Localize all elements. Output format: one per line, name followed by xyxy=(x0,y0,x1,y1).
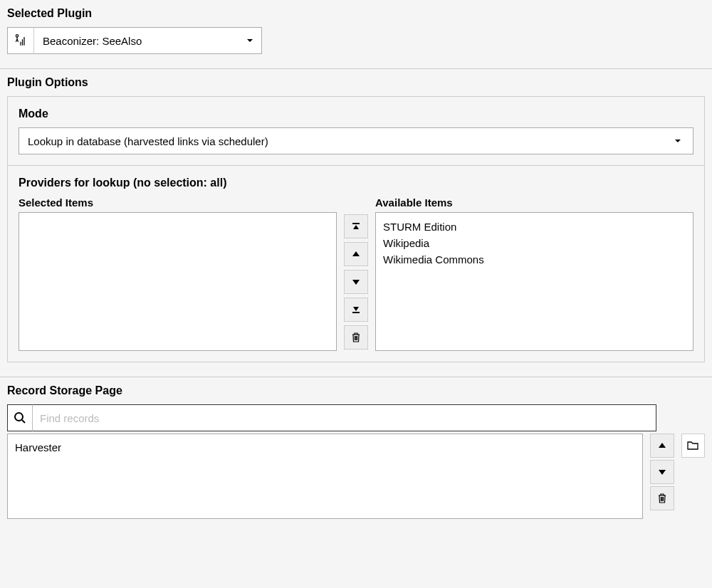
mode-select[interactable]: Lookup in database (harvested links via … xyxy=(19,127,693,154)
storage-buttons-col xyxy=(650,434,674,510)
plugin-select-value: Beaconizer: SeeAlso xyxy=(43,35,142,47)
remove-item-button[interactable] xyxy=(650,486,674,510)
selected-items-list[interactable] xyxy=(19,212,337,351)
selected-plugin-section: Selected Plugin Beaconizer: SeeAlso xyxy=(0,0,712,69)
available-items-label: Available Items xyxy=(375,196,693,209)
svg-point-3 xyxy=(15,413,23,421)
list-item[interactable]: Wikimedia Commons xyxy=(383,251,686,268)
selected-plugin-title: Selected Plugin xyxy=(7,7,705,20)
svg-point-0 xyxy=(16,35,18,37)
plugin-selector-row: Beaconizer: SeeAlso xyxy=(7,27,705,54)
mode-subsection: Mode Lookup in database (harvested links… xyxy=(8,97,704,165)
chevron-down-icon xyxy=(674,137,682,145)
selected-items-col: Selected Items xyxy=(19,196,337,351)
svg-rect-1 xyxy=(352,223,360,224)
mode-select-value: Lookup in database (harvested links via … xyxy=(28,135,268,147)
plugin-options-panel: Mode Lookup in database (harvested links… xyxy=(7,96,705,362)
move-up-button[interactable] xyxy=(650,434,674,458)
available-items-col: Available Items STURM Edition Wikipedia … xyxy=(375,196,693,351)
move-to-top-button[interactable] xyxy=(344,214,368,238)
plugin-options-title: Plugin Options xyxy=(7,76,705,89)
list-control-buttons xyxy=(344,214,368,350)
remove-item-button[interactable] xyxy=(344,325,368,350)
mode-label: Mode xyxy=(19,107,693,120)
move-up-button[interactable] xyxy=(344,242,368,266)
list-item[interactable]: Harvester xyxy=(15,441,635,453)
record-storage-section: Record Storage Page Harvester xyxy=(0,377,712,540)
move-down-button[interactable] xyxy=(650,460,674,484)
chevron-down-icon xyxy=(246,36,254,45)
selected-items-label: Selected Items xyxy=(19,196,337,209)
available-items-list[interactable]: STURM Edition Wikipedia Wikimedia Common… xyxy=(375,212,693,351)
list-item[interactable]: Wikipedia xyxy=(383,235,686,251)
search-icon xyxy=(7,404,33,431)
providers-subsection: Providers for lookup (no selection: all)… xyxy=(8,165,704,362)
search-row xyxy=(7,404,656,431)
svg-rect-2 xyxy=(352,312,360,313)
record-storage-title: Record Storage Page xyxy=(7,384,705,397)
plugin-options-section: Plugin Options Mode Lookup in database (… xyxy=(0,69,712,377)
providers-dual-list: Selected Items xyxy=(19,196,693,351)
search-input[interactable] xyxy=(33,404,656,431)
providers-label: Providers for lookup (no selection: all) xyxy=(19,177,693,189)
move-down-button[interactable] xyxy=(344,270,368,294)
list-item[interactable]: STURM Edition xyxy=(383,219,686,235)
browse-folder-button[interactable] xyxy=(681,434,705,458)
storage-row: Harvester xyxy=(7,434,705,519)
plugin-select[interactable]: Beaconizer: SeeAlso xyxy=(34,27,262,54)
plugin-icon xyxy=(7,27,34,54)
move-to-bottom-button[interactable] xyxy=(344,298,368,322)
storage-list[interactable]: Harvester xyxy=(7,434,643,519)
